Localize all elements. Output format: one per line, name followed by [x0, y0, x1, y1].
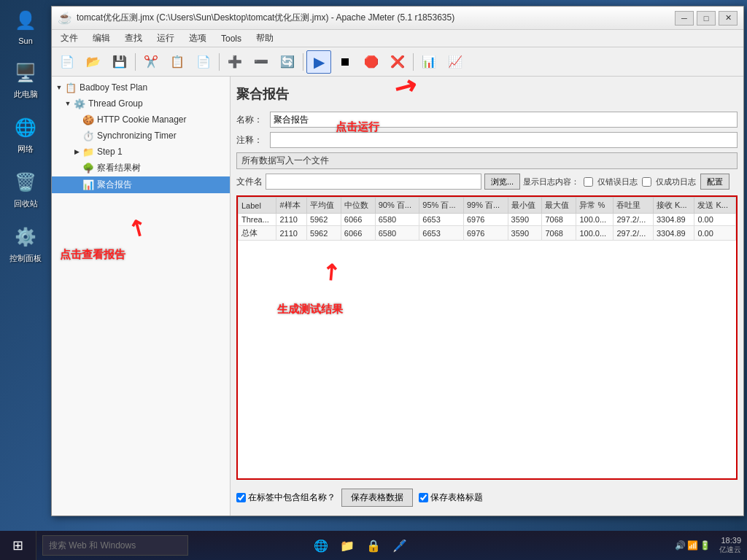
clear-button[interactable]: 🔄: [275, 50, 300, 74]
save-header-option: 保存表格标题: [419, 491, 483, 504]
tree-item-thread-group[interactable]: ▼ ⚙️ Thread Group: [52, 96, 230, 112]
include-group-label: 在标签中包含组名称？: [248, 491, 336, 504]
table-row: 总体21105962606665806653697635907068100.0.…: [239, 226, 736, 241]
network-tray-icon[interactable]: 🔊: [675, 540, 686, 551]
menu-run[interactable]: 运行: [151, 31, 180, 46]
tree-item-test-plan[interactable]: ▼ 📋 Badboy Test Plan: [52, 79, 230, 96]
battery-tray-icon[interactable]: 🔋: [700, 540, 711, 551]
recycle-bin-icon[interactable]: 🗑️ 回收站: [4, 169, 47, 209]
stop-play-button[interactable]: ⏹: [333, 50, 357, 74]
new-button[interactable]: 📄: [55, 50, 80, 74]
separator-3: [303, 53, 303, 71]
success-log-checkbox[interactable]: [642, 177, 651, 187]
col-error: 异常 %: [576, 198, 614, 214]
separator-1: [135, 53, 136, 71]
minimize-button[interactable]: ─: [675, 11, 694, 26]
remove-button[interactable]: ➖: [249, 50, 274, 74]
cell-0-12: 0.00: [694, 214, 736, 226]
cell-0-4: 6580: [375, 214, 419, 226]
cell-0-6: 6976: [463, 214, 508, 226]
open-button[interactable]: 📂: [81, 50, 106, 74]
tree-item-agg-report[interactable]: 📊 聚合报告: [52, 176, 230, 193]
cookie-icon: 🍪: [82, 114, 94, 125]
panel-title: 聚合报告: [236, 82, 738, 106]
thread-group-icon: ⚙️: [74, 98, 85, 109]
network-icon[interactable]: 🌐 网络: [4, 114, 47, 155]
step1-icon: 📁: [82, 146, 94, 158]
separator-4: [413, 53, 414, 71]
taskbar-app-icon[interactable]: 🖊️: [389, 531, 411, 560]
error-log-label: 仅错误日志: [597, 176, 638, 187]
results-table: Label #样本 平均值 中位数 90% 百... 95% 百... 99% …: [238, 197, 736, 241]
add-button[interactable]: ➕: [222, 50, 247, 74]
report-button[interactable]: 📊: [417, 50, 441, 74]
cell-0-7: 3590: [508, 214, 542, 226]
name-input[interactable]: [270, 112, 738, 128]
tree-item-view-tree[interactable]: 🌳 察看结果树: [52, 160, 230, 176]
taskbar-explorer-icon[interactable]: 📁: [336, 531, 358, 560]
menu-search[interactable]: 查找: [119, 31, 148, 46]
menu-edit[interactable]: 编辑: [87, 31, 116, 46]
chart-button[interactable]: 📈: [443, 50, 468, 74]
col-throughput: 吞吐里: [614, 198, 653, 214]
col-avg: 平均值: [306, 198, 341, 214]
cut-button[interactable]: ✂️: [139, 50, 163, 74]
jmeter-window: ☕ tomcat优化压测.jmx (C:\Users\Sun\Desktop\t…: [51, 6, 744, 516]
cell-0-10: 297.2/...: [614, 214, 653, 226]
paste-button[interactable]: 📄: [191, 50, 216, 74]
taskbar-edge-icon[interactable]: 🌐: [310, 531, 332, 560]
config-button[interactable]: 配置: [700, 174, 729, 190]
maximize-button[interactable]: □: [697, 11, 716, 26]
col-label: Label: [239, 198, 276, 214]
browse-button[interactable]: 浏览...: [484, 174, 520, 190]
cell-0-3: 6066: [341, 214, 375, 226]
include-group-checkbox[interactable]: [236, 493, 246, 502]
menu-options[interactable]: 选项: [183, 31, 212, 46]
file-row: 文件名 浏览... 显示日志内容： 仅错误日志 仅成功日志 配置: [236, 174, 738, 190]
close-button[interactable]: ✕: [719, 11, 738, 26]
control-panel-icon[interactable]: ⚙️ 控制面板: [4, 224, 47, 264]
error-log-checkbox[interactable]: [584, 177, 593, 187]
menu-help[interactable]: 帮助: [250, 31, 279, 46]
stop-button[interactable]: 🛑: [359, 50, 384, 74]
app-icon: ☕: [58, 11, 72, 26]
user-profile-icon[interactable]: 👤 Sun: [4, 7, 47, 45]
tree-arrow-cookie: [72, 115, 81, 124]
cell-1-12: 0.00: [694, 226, 736, 241]
my-computer-icon[interactable]: 🖥️ 此电脑: [4, 60, 47, 100]
taskbar-store-icon[interactable]: 🔒: [363, 531, 384, 560]
tree-item-cookie-manager[interactable]: 🍪 HTTP Cookie Manager: [52, 112, 230, 128]
taskbar-clock: 18:39 亿速云: [713, 536, 747, 555]
log-content-label: 显示日志内容：: [523, 176, 579, 187]
tree-item-step1[interactable]: ▶ 📁 Step 1: [52, 144, 230, 160]
menu-tools[interactable]: Tools: [215, 32, 247, 45]
taskbar-search-input[interactable]: [42, 535, 188, 556]
copy-button[interactable]: 📋: [165, 50, 190, 74]
volume-tray-icon[interactable]: 📶: [687, 540, 698, 551]
save-table-data-button[interactable]: 保存表格数据: [341, 489, 413, 507]
col-min: 最小值: [508, 198, 542, 214]
error-button[interactable]: ❌: [385, 50, 410, 74]
include-group-option: 在标签中包含组名称？: [236, 491, 336, 504]
table-header-row: Label #样本 平均值 中位数 90% 百... 95% 百... 99% …: [239, 198, 736, 214]
col-95pct: 95% 百...: [419, 198, 464, 214]
tree-item-sync-timer[interactable]: ⏱️ Synchronizing Timer: [52, 128, 230, 144]
start-button[interactable]: ⊞: [0, 531, 36, 560]
menu-file[interactable]: 文件: [55, 31, 84, 46]
col-99pct: 99% 百...: [463, 198, 508, 214]
file-name-input[interactable]: [266, 174, 481, 190]
cell-0-2: 5962: [306, 214, 341, 226]
col-median: 中位数: [341, 198, 375, 214]
log-options: 显示日志内容： 仅错误日志 仅成功日志 配置: [523, 174, 738, 190]
save-button[interactable]: 💾: [107, 50, 132, 74]
table-row: Threa...21105962606665806653697635907068…: [239, 214, 736, 226]
desktop-icons: 👤 Sun 🖥️ 此电脑 🌐 网络 🗑️ 回收站 ⚙️ 控制面板: [0, 0, 51, 474]
system-tray: 🔊 📶 🔋: [672, 540, 713, 551]
tree-arrow-agg: [72, 181, 81, 190]
name-label: 名称：: [236, 114, 266, 126]
save-header-checkbox[interactable]: [419, 493, 428, 502]
cell-1-1: 2110: [276, 226, 306, 241]
cell-1-3: 6066: [341, 226, 375, 241]
comment-input[interactable]: [270, 132, 738, 148]
play-button[interactable]: ▶: [306, 50, 331, 74]
